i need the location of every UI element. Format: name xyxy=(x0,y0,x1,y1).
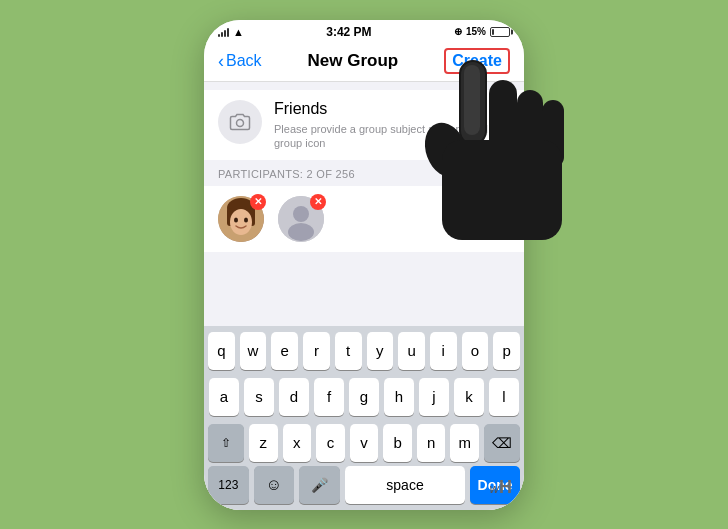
remove-participant-1[interactable]: ✕ xyxy=(250,194,266,210)
status-left: ▲ xyxy=(218,26,244,38)
battery-percent: 15% xyxy=(466,26,486,37)
group-info-section: Please provide a group subject and optio… xyxy=(204,90,524,161)
battery-icon xyxy=(490,27,510,37)
key-h[interactable]: h xyxy=(384,378,414,416)
key-i[interactable]: i xyxy=(430,332,457,370)
key-n[interactable]: n xyxy=(417,424,446,462)
key-w[interactable]: w xyxy=(240,332,267,370)
page-title: New Group xyxy=(308,51,399,71)
key-r[interactable]: r xyxy=(303,332,330,370)
keyboard: q w e r t y u i o p a s d f g xyxy=(204,326,524,510)
wifi-icon: ▲ xyxy=(233,26,244,38)
back-button[interactable]: ‹ Back xyxy=(218,51,262,72)
group-name-input[interactable] xyxy=(274,100,510,118)
group-name-area: Please provide a group subject and optio… xyxy=(274,100,510,151)
svg-point-0 xyxy=(237,119,244,126)
status-time: 3:42 PM xyxy=(326,25,371,39)
key-o[interactable]: o xyxy=(462,332,489,370)
shift-key[interactable]: ⇧ xyxy=(208,424,244,462)
key-l[interactable]: l xyxy=(489,378,519,416)
participant-1: ✕ xyxy=(218,196,264,242)
space-key[interactable]: space xyxy=(345,466,465,504)
key-d[interactable]: d xyxy=(279,378,309,416)
key-f[interactable]: f xyxy=(314,378,344,416)
key-y[interactable]: y xyxy=(367,332,394,370)
signal-icon xyxy=(218,27,229,37)
key-c[interactable]: c xyxy=(316,424,345,462)
key-t[interactable]: t xyxy=(335,332,362,370)
participants-label: PARTICIPANTS: 2 OF 256 xyxy=(204,160,524,186)
keyboard-row-3: ⇧ z x c v b n m ⌫ xyxy=(204,418,524,464)
key-v[interactable]: v xyxy=(350,424,379,462)
key-b[interactable]: b xyxy=(383,424,412,462)
key-p[interactable]: p xyxy=(493,332,520,370)
key-q[interactable]: q xyxy=(208,332,235,370)
svg-point-7 xyxy=(244,218,248,223)
camera-icon[interactable] xyxy=(218,100,262,144)
chevron-left-icon: ‹ xyxy=(218,51,224,72)
key-s[interactable]: s xyxy=(244,378,274,416)
key-x[interactable]: x xyxy=(283,424,312,462)
numbers-key[interactable]: 123 xyxy=(208,466,249,504)
svg-point-6 xyxy=(234,218,238,223)
key-a[interactable]: a xyxy=(209,378,239,416)
wh-prefix: w xyxy=(490,481,499,496)
svg-point-10 xyxy=(288,223,314,241)
key-k[interactable]: k xyxy=(454,378,484,416)
emoji-key[interactable]: ☺ xyxy=(254,466,295,504)
svg-point-9 xyxy=(293,206,309,222)
participants-row: ✕ ✕ xyxy=(204,186,524,252)
key-m[interactable]: m xyxy=(450,424,479,462)
content-area: Please provide a group subject and optio… xyxy=(204,82,524,510)
participant-2: ✕ xyxy=(278,196,324,242)
status-right: ⊕ 15% xyxy=(454,26,510,37)
key-g[interactable]: g xyxy=(349,378,379,416)
svg-point-5 xyxy=(230,209,252,235)
key-e[interactable]: e xyxy=(271,332,298,370)
delete-key[interactable]: ⌫ xyxy=(484,424,520,462)
key-u[interactable]: u xyxy=(398,332,425,370)
keyboard-bottom-row: 123 ☺ 🎤 space Done xyxy=(204,464,524,510)
mic-key[interactable]: 🎤 xyxy=(299,466,340,504)
wikihow-watermark: wH xyxy=(490,477,512,498)
keyboard-row-2: a s d f g h j k l xyxy=(204,372,524,418)
nav-bar: ‹ Back New Group Create xyxy=(204,42,524,82)
svg-rect-15 xyxy=(542,100,564,168)
wh-H: H xyxy=(499,477,512,497)
group-hint: Please provide a group subject and optio… xyxy=(274,122,510,151)
keyboard-row-1: q w e r t y u i o p xyxy=(204,326,524,372)
key-z[interactable]: z xyxy=(249,424,278,462)
remove-participant-2[interactable]: ✕ xyxy=(310,194,326,210)
location-icon: ⊕ xyxy=(454,26,462,37)
key-j[interactable]: j xyxy=(419,378,449,416)
back-label: Back xyxy=(226,52,262,70)
status-bar: ▲ 3:42 PM ⊕ 15% xyxy=(204,20,524,42)
create-button[interactable]: Create xyxy=(444,48,510,74)
